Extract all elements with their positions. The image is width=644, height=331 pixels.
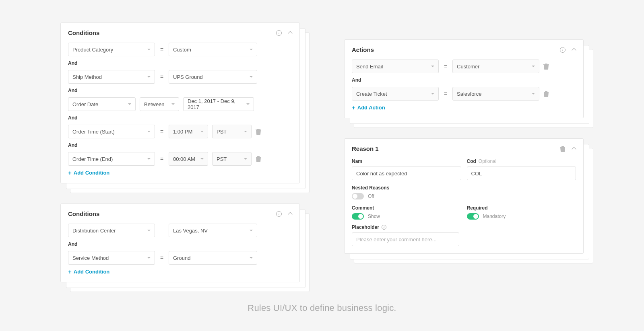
and-label: And xyxy=(68,88,292,93)
trash-icon[interactable] xyxy=(256,128,261,135)
field-select-distribution-center[interactable]: Distribution Center xyxy=(68,224,155,237)
comment-state: Show xyxy=(368,214,380,219)
chevron-down-icon xyxy=(431,66,434,67)
and-label: And xyxy=(68,241,292,247)
name-input[interactable] xyxy=(352,167,461,180)
optional-label: Optional xyxy=(479,158,497,164)
timezone-select-end[interactable]: PST xyxy=(212,152,252,166)
info-icon[interactable] xyxy=(276,30,282,36)
timezone-select-start[interactable]: PST xyxy=(212,125,252,138)
plus-icon: + xyxy=(352,105,355,111)
plus-icon: + xyxy=(68,170,72,176)
collapse-icon[interactable] xyxy=(572,147,576,151)
field-select-product-category[interactable]: Product Category xyxy=(68,43,155,56)
action-select-send-email[interactable]: Send Email xyxy=(352,60,439,73)
tagline: Rules UI/UX to define business logic. xyxy=(0,303,644,313)
time-select-end[interactable]: 00:00 AM xyxy=(169,152,208,166)
value-select-date-range[interactable]: Dec 1, 2017 - Dec 9, 2017 xyxy=(183,97,254,111)
value-select-custom[interactable]: Custom xyxy=(169,43,257,56)
collapse-icon[interactable] xyxy=(572,48,576,52)
conditions-card-2: Conditions Distribution Center Las Vegas… xyxy=(60,204,300,282)
code-label: Cod xyxy=(467,158,476,164)
chevron-down-icon xyxy=(244,158,247,160)
chevron-down-icon xyxy=(147,257,151,259)
chevron-down-icon xyxy=(171,103,175,105)
trash-icon[interactable] xyxy=(543,63,549,70)
conditions-title: Conditions xyxy=(68,29,99,36)
equals-operator: = xyxy=(159,74,165,80)
equals-operator: = xyxy=(159,156,165,162)
and-label: And xyxy=(68,60,292,66)
nested-reasons-label: Nested Reasons xyxy=(352,185,576,191)
chevron-down-icon xyxy=(250,49,253,50)
target-select-customer[interactable]: Customer xyxy=(452,60,539,73)
chevron-down-icon xyxy=(128,103,131,105)
field-select-order-time-start[interactable]: Order Time (Start) xyxy=(68,125,155,138)
field-select-service-method[interactable]: Service Method xyxy=(68,251,155,265)
chevron-down-icon xyxy=(200,158,204,160)
collapse-icon[interactable] xyxy=(288,212,292,216)
actions-card: Actions Send Email = Customer xyxy=(344,39,584,118)
reason-card: Reason 1 Nam Cod xyxy=(344,138,584,254)
equals-operator: = xyxy=(443,90,448,97)
chevron-down-icon xyxy=(250,230,253,231)
target-select-salesforce[interactable]: Salesforce xyxy=(452,87,539,101)
nested-reasons-state: Off xyxy=(368,193,374,199)
value-select-ground[interactable]: Ground xyxy=(169,251,257,265)
required-toggle[interactable] xyxy=(467,213,479,220)
plus-icon: + xyxy=(68,269,72,275)
info-icon[interactable] xyxy=(382,225,386,230)
chevron-down-icon xyxy=(200,131,204,132)
chevron-down-icon xyxy=(244,131,247,132)
required-label: Required xyxy=(467,205,576,211)
comment-toggle[interactable] xyxy=(352,213,364,220)
collapse-icon[interactable] xyxy=(288,31,292,35)
field-select-order-date[interactable]: Order Date xyxy=(68,97,136,111)
chevron-down-icon xyxy=(431,93,434,95)
code-input[interactable] xyxy=(467,167,576,180)
operator-select-between[interactable]: Between xyxy=(140,97,179,111)
chevron-down-icon xyxy=(147,230,151,231)
chevron-down-icon xyxy=(147,76,151,78)
conditions-card-1: Conditions Product Category = Custom xyxy=(60,23,300,183)
and-label: And xyxy=(352,77,576,83)
info-icon[interactable] xyxy=(276,211,282,217)
chevron-down-icon xyxy=(250,257,253,259)
and-label: And xyxy=(68,142,292,148)
chevron-down-icon xyxy=(147,131,151,132)
reason-title: Reason 1 xyxy=(352,145,379,152)
equals-operator: = xyxy=(159,128,165,135)
and-label: And xyxy=(68,115,292,121)
chevron-down-icon xyxy=(147,49,151,50)
equals-operator: = xyxy=(159,46,165,53)
chevron-down-icon xyxy=(532,66,535,67)
placeholder-label: Placeholder xyxy=(352,224,379,230)
chevron-down-icon xyxy=(250,76,253,78)
add-condition-button[interactable]: + Add Condition xyxy=(68,170,292,176)
trash-icon[interactable] xyxy=(560,146,566,152)
name-label: Nam xyxy=(352,158,461,164)
value-select-ups-ground[interactable]: UPS Ground xyxy=(169,70,257,84)
required-state: Mandatory xyxy=(483,214,506,219)
value-select-las-vegas[interactable]: Las Vegas, NV xyxy=(169,224,257,237)
equals-operator: = xyxy=(443,63,448,70)
conditions-title: Conditions xyxy=(68,210,99,217)
equals-operator: = xyxy=(159,255,165,261)
chevron-down-icon xyxy=(246,103,250,105)
comment-label: Comment xyxy=(352,205,461,211)
action-select-create-ticket[interactable]: Create Ticket xyxy=(352,87,439,101)
field-select-ship-method[interactable]: Ship Method xyxy=(68,70,155,84)
add-condition-button[interactable]: + Add Condition xyxy=(68,269,292,275)
nested-reasons-toggle[interactable] xyxy=(352,193,364,199)
chevron-down-icon xyxy=(532,93,535,95)
chevron-down-icon xyxy=(147,158,151,160)
add-action-button[interactable]: + Add Action xyxy=(352,105,576,111)
actions-title: Actions xyxy=(352,46,374,53)
placeholder-input[interactable] xyxy=(352,232,459,246)
trash-icon[interactable] xyxy=(256,156,261,162)
trash-icon[interactable] xyxy=(543,90,549,97)
info-icon[interactable] xyxy=(560,47,566,53)
time-select-start[interactable]: 1:00 PM xyxy=(169,125,208,138)
field-select-order-time-end[interactable]: Order Time (End) xyxy=(68,152,155,166)
